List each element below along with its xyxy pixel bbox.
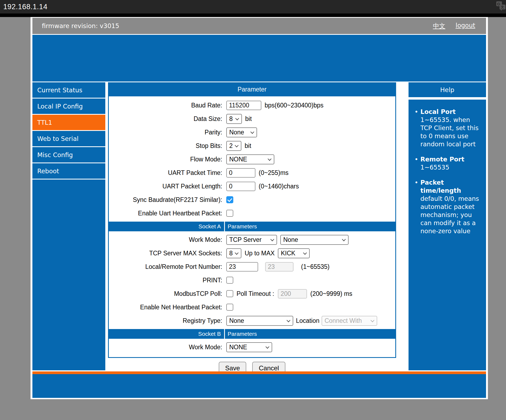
chevron-down-icon: [303, 251, 307, 255]
print-row: PRINT:: [109, 273, 395, 287]
work-mode-a-sub-select[interactable]: None: [280, 235, 349, 245]
work-mode-b-select[interactable]: NONE: [226, 342, 272, 352]
help-item-title: Packet time/length: [420, 179, 461, 194]
sidebar-item-current-status[interactable]: Current Status: [32, 82, 105, 98]
socket-b-subtitle: Parameters: [225, 331, 257, 337]
bullet-icon: •: [412, 155, 420, 171]
chevron-down-icon: [235, 117, 239, 120]
registry-type-select[interactable]: None: [226, 316, 293, 326]
chevron-down-icon: [235, 251, 238, 255]
modbus-poll-label: ModbusTCP Poll:: [109, 290, 222, 297]
data-size-select[interactable]: 8: [226, 114, 242, 124]
stop-bits-select[interactable]: 2: [226, 141, 241, 151]
kick-select[interactable]: KICK: [278, 248, 310, 258]
page-background: firmware revision: v3015 中文 logout Curre…: [0, 17, 506, 399]
uart-packet-length-row: UART Packet Length: (0~1460)chars: [109, 179, 395, 193]
max-sockets-select[interactable]: 8: [226, 248, 241, 258]
help-item-title: Remote Port: [420, 156, 464, 163]
language-link[interactable]: 中文: [433, 22, 445, 30]
modbus-poll-row: ModbusTCP Poll: Poll Timeout : (200~9999…: [109, 287, 395, 300]
flow-mode-label: Flow Mode:: [109, 156, 222, 163]
chevron-down-icon: [370, 319, 374, 322]
port-number-label: Local/Remote Port Number:: [109, 263, 222, 270]
port-number-row: Local/Remote Port Number: (1~65535): [109, 260, 395, 273]
content-container: firmware revision: v3015 中文 logout Curre…: [31, 17, 488, 399]
sidebar-filler: [32, 179, 105, 370]
help-item-body: default 0/0, means automatic packet mech…: [420, 195, 479, 235]
net-heartbeat-row: Enable Net Heartbeat Packet:: [109, 300, 395, 314]
flow-mode-row: Flow Mode: NONE: [109, 153, 395, 166]
location-select: Connect With: [322, 316, 377, 326]
net-heartbeat-label: Enable Net Heartbeat Packet:: [109, 304, 222, 311]
poll-timeout-hint: (200~9999) ms: [310, 290, 352, 297]
net-heartbeat-checkbox[interactable]: [226, 304, 233, 311]
max-sockets-row: TCP Server MAX Sockets: 8 Up to MAX KICK: [109, 246, 395, 260]
parameter-panel: Parameter Baud Rate: bps(600~230400)bps …: [108, 82, 396, 370]
registry-type-label: Registry Type:: [109, 317, 222, 324]
logout-link[interactable]: logout: [456, 22, 475, 30]
port-number-hint: (1~65535): [301, 263, 330, 270]
uart-heartbeat-checkbox[interactable]: [226, 210, 233, 217]
help-item-remote-port: • Remote Port 1~65535: [412, 155, 483, 171]
flow-mode-select[interactable]: NONE: [226, 154, 274, 164]
help-content: • Local Port 1~65535. when TCP Client, s…: [409, 100, 486, 370]
work-mode-a-row: Work Mode: TCP Server None: [109, 233, 395, 246]
uart-heartbeat-row: Enable Uart Heartbeat Packet:: [109, 206, 395, 220]
help-item-local-port: • Local Port 1~65535. when TCP Client, s…: [412, 108, 483, 148]
help-item-packet-time-length: • Packet time/length default 0/0, means …: [412, 178, 483, 235]
uart-packet-time-row: UART Packet Time: (0~255)ms: [109, 166, 395, 179]
brand-banner: [32, 35, 486, 82]
modbus-poll-checkbox[interactable]: [226, 290, 233, 297]
footer-bar: [32, 374, 486, 398]
baud-rate-label: Baud Rate:: [109, 102, 222, 109]
parity-row: Parity: None: [109, 126, 395, 139]
help-item-body: 1~65535. when TCP Client, set this to 0 …: [420, 116, 479, 148]
parity-label: Parity:: [109, 129, 222, 136]
address-url: 192.168.1.14: [0, 3, 48, 11]
chevron-down-icon: [265, 345, 269, 349]
sync-baudrate-checkbox[interactable]: [226, 196, 233, 203]
sidebar-item-local-ip-config[interactable]: Local IP Config: [32, 99, 105, 114]
uart-packet-time-input[interactable]: [226, 168, 255, 178]
work-mode-b-row: Work Mode: NONE: [109, 340, 395, 354]
sync-baudrate-row: Sync Baudrate(RF2217 Similar):: [109, 193, 395, 206]
google-translate-icon[interactable]: G 文: [496, 1, 505, 11]
stop-bits-row: Stop Bits: 2 bit: [109, 139, 395, 153]
panel-title: Parameter: [108, 82, 396, 96]
bullet-icon: •: [412, 108, 420, 148]
browser-top-bar: 192.168.1.14 G 文: [0, 0, 506, 13]
data-size-label: Data Size:: [109, 115, 222, 123]
poll-timeout-input: [278, 289, 307, 299]
parity-select[interactable]: None: [226, 127, 257, 137]
app-header: firmware revision: v3015 中文 logout: [32, 18, 486, 34]
work-mode-a-select[interactable]: TCP Server: [226, 235, 277, 245]
local-port-input[interactable]: [226, 262, 258, 272]
firmware-revision-text: firmware revision: v3015: [32, 22, 119, 29]
uart-packet-length-label: UART Packet Length:: [109, 183, 222, 190]
print-checkbox[interactable]: [226, 277, 233, 284]
baud-rate-hint: bps(600~230400)bps: [265, 102, 323, 109]
socket-b-section-header: Socket B Parameters: [109, 329, 395, 339]
chevron-down-icon: [250, 130, 254, 134]
chevron-down-icon: [286, 319, 290, 322]
sidebar-item-ttl1[interactable]: TTL1: [32, 115, 105, 130]
sidebar-item-reboot[interactable]: Reboot: [32, 163, 105, 179]
topbar-divider: [0, 13, 506, 17]
footer-accent-bar: [32, 371, 486, 374]
location-label: Location: [296, 317, 319, 324]
max-sockets-middle-text: Up to MAX: [245, 250, 275, 257]
help-title: Help: [409, 82, 486, 97]
registry-type-row: Registry Type: None Location Connect Wit…: [109, 314, 395, 327]
remote-port-input: [265, 262, 294, 272]
uart-heartbeat-label: Enable Uart Heartbeat Packet:: [109, 210, 222, 217]
max-sockets-label: TCP Server MAX Sockets:: [109, 250, 222, 257]
baud-rate-input[interactable]: [226, 101, 261, 110]
sidebar-item-web-to-serial[interactable]: Web to Serial: [32, 131, 105, 146]
help-panel: Help • Local Port 1~65535. when TCP Clie…: [409, 82, 486, 370]
socket-a-title: Socket A: [109, 223, 224, 230]
help-item-title: Local Port: [420, 108, 456, 115]
poll-timeout-label: Poll Timeout :: [237, 290, 274, 297]
sidebar-item-misc-config[interactable]: Misc Config: [32, 147, 105, 162]
uart-packet-length-input[interactable]: [226, 182, 255, 191]
sync-baudrate-label: Sync Baudrate(RF2217 Similar):: [109, 196, 222, 204]
